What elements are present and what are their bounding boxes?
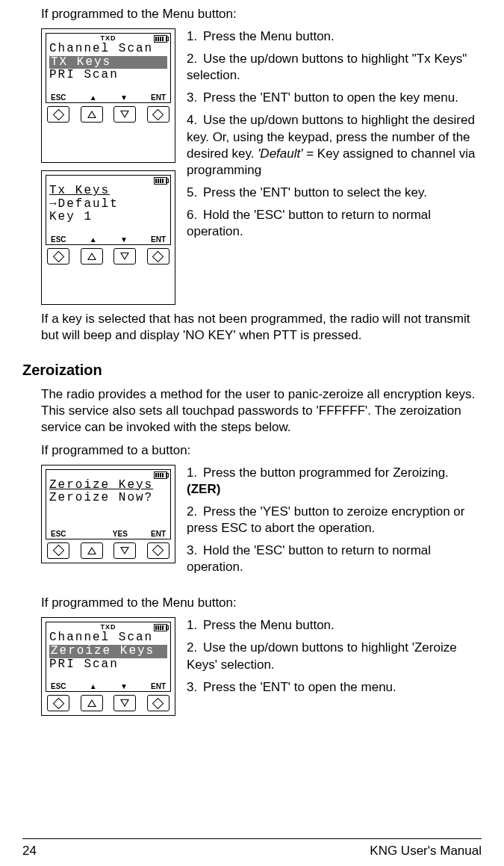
softkey-ent: ENT (151, 682, 166, 690)
steps-b: 1.Press the button programmed for Zeroiz… (187, 465, 482, 582)
radio-screen-zeroize-confirm: Zeroize Keys Zeroize Now? ESC YES ENT (41, 465, 175, 563)
battery-icon (154, 624, 167, 631)
footer-divider (22, 838, 482, 839)
intro-if-menu-2: If programmed to the Menu button: (22, 595, 482, 611)
softkey-up: ▲ (90, 93, 97, 102)
screen-line: Channel Scan (49, 43, 167, 56)
radio-screen-zeroize-menu: TXD Channel Scan Zeroize Keys PRI Scan E… (41, 617, 175, 716)
section-zeroization: Zeroization (22, 362, 482, 379)
softkey-down: ▼ (120, 235, 128, 244)
battery-icon (154, 471, 167, 479)
radio-button-ent[interactable] (147, 695, 169, 711)
softkey-esc: ESC (51, 682, 66, 690)
screen-line-highlighted: TX Keys (49, 56, 167, 69)
screen-title: Tx Keys (49, 185, 167, 198)
softkey-ent: ENT (151, 530, 166, 538)
txd-indicator: TXD (46, 34, 170, 42)
softkey-ent: ENT (151, 93, 166, 102)
softkey-ent: ENT (151, 235, 166, 244)
radio-button-down[interactable] (113, 106, 136, 123)
softkey-up: ▲ (90, 682, 97, 690)
screen-line: PRI Scan (49, 69, 167, 82)
softkey-esc: ESC (51, 235, 66, 244)
page-number: 24 (22, 844, 37, 859)
softkey-esc: ESC (51, 530, 66, 538)
radio-button-ent[interactable] (147, 106, 169, 123)
battery-icon (154, 177, 167, 185)
screen-line: Zeroize Now? (49, 492, 167, 505)
note-nokey: If a key is selected that has not been p… (22, 311, 482, 344)
zeroization-intro: The radio provides a method for the user… (22, 386, 482, 436)
radio-button-down[interactable] (113, 542, 136, 559)
softkey-yes: YES (113, 530, 128, 538)
manual-title: KNG User's Manual (370, 844, 482, 859)
radio-button-up[interactable] (81, 542, 103, 559)
radio-button-esc[interactable] (47, 106, 69, 123)
txd-indicator: TXD (46, 623, 170, 631)
radio-button-down[interactable] (113, 248, 136, 265)
radio-button-up[interactable] (81, 248, 103, 265)
screen-title: Zeroize Keys (49, 479, 167, 492)
radio-button-esc[interactable] (47, 248, 69, 265)
softkey-esc: ESC (51, 93, 66, 102)
radio-button-esc[interactable] (47, 695, 69, 711)
softkey-up: ▲ (90, 235, 97, 244)
battery-icon (154, 35, 167, 43)
radio-button-down[interactable] (113, 695, 136, 711)
steps-c: 1.Press the Menu button. 2.Use the up/do… (187, 617, 482, 701)
radio-button-ent[interactable] (147, 248, 169, 265)
radio-button-ent[interactable] (147, 542, 169, 559)
intro-if-menu: If programmed to the Menu button: (22, 6, 482, 22)
screen-line-highlighted: Zeroize Keys (49, 645, 167, 658)
steps-a: 1.Press the Menu button. 2.Use the up/do… (187, 28, 482, 246)
screen-line: Channel Scan (49, 631, 167, 645)
radio-button-up[interactable] (81, 695, 103, 711)
softkey-down: ▼ (120, 682, 128, 690)
intro-if-button: If programmed to a button: (22, 442, 482, 459)
radio-screen-txkeys-menu: TXD Channel Scan TX Keys PRI Scan ESC ▲ … (41, 28, 175, 163)
radio-button-up[interactable] (81, 106, 103, 123)
screen-line: PRI Scan (49, 658, 167, 672)
softkey-down: ▼ (120, 93, 128, 102)
radio-button-esc[interactable] (47, 542, 69, 559)
screen-line: →Default (49, 198, 167, 211)
radio-screen-txkeys-list: Tx Keys →Default Key 1 ESC ▲ ▼ ENT (41, 170, 175, 305)
screen-line: Key 1 (49, 211, 167, 224)
